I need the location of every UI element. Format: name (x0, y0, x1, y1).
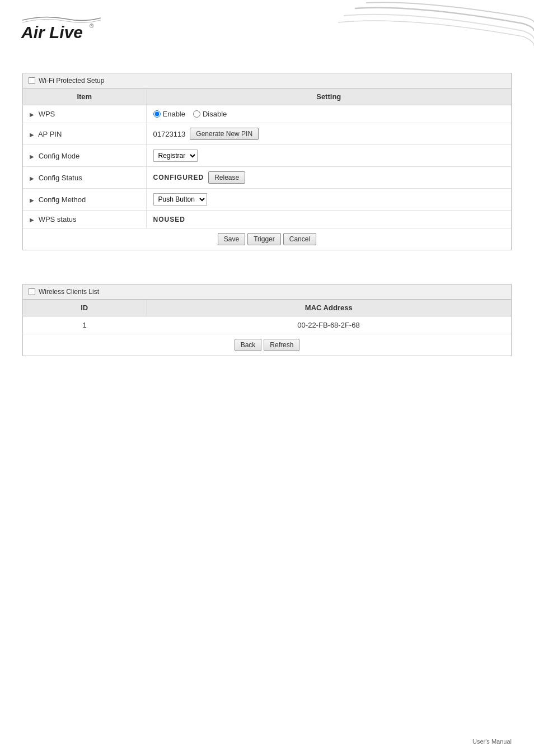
wps-table: Item Setting ▶ WPS Enable (23, 88, 511, 250)
clients-action-row: Back Refresh (23, 334, 511, 356)
wps-panel-title-text: Wi-Fi Protected Setup (39, 77, 104, 85)
panel-title-icon (29, 77, 35, 84)
save-button[interactable]: Save (218, 233, 245, 245)
wps-status-setting-cell: NOUSED (146, 211, 511, 228)
wps-panel-title: Wi-Fi Protected Setup (23, 73, 511, 88)
pin-value: 01723113 (153, 130, 186, 138)
header-swoosh (310, 0, 534, 56)
col-setting-header: Setting (146, 88, 511, 105)
wps-item-label: ▶ WPS (23, 105, 146, 123)
clients-panel: Wireless Clients List ID MAC Address 1 0… (22, 284, 512, 356)
header: Air Live ® (0, 0, 534, 62)
config-status-area: CONFIGURED Release (153, 171, 505, 184)
clients-panel-title-icon (29, 288, 35, 295)
col-id-header: ID (23, 300, 146, 316)
pin-area: 01723113 Generate New PIN (153, 128, 505, 140)
main-content: Wi-Fi Protected Setup Item Setting ▶ WPS (0, 62, 534, 395)
wps-table-header: Item Setting (23, 88, 511, 105)
push-btn-area: Push Button PIN (153, 193, 505, 206)
ap-pin-item-label: ▶ AP PIN (23, 123, 146, 145)
config-status-item-label: ▶ Config Status (23, 167, 146, 189)
wps-status-text: NOUSED (153, 216, 185, 223)
client-mac-1: 00-22-FB-68-2F-68 (146, 316, 511, 334)
clients-table: ID MAC Address 1 00-22-FB-68-2F-68 Back … (23, 300, 511, 356)
clients-panel-title: Wireless Clients List (23, 284, 511, 300)
wps-enable-radio[interactable] (153, 110, 161, 118)
config-mode-setting-cell: Registrar Enrollee (146, 145, 511, 167)
wps-row: ▶ WPS Enable Disable (23, 105, 511, 123)
back-button[interactable]: Back (235, 339, 262, 351)
config-method-select[interactable]: Push Button PIN (153, 193, 207, 206)
wps-disable-label: Disable (203, 110, 227, 118)
config-status-text: CONFIGURED (153, 174, 204, 181)
arrow-icon-5: ▶ (30, 197, 34, 203)
clients-panel-title-text: Wireless Clients List (39, 288, 99, 296)
ap-pin-setting-cell: 01723113 Generate New PIN (146, 123, 511, 145)
config-mode-item-label: ▶ Config Mode (23, 145, 146, 167)
svg-text:®: ® (90, 23, 94, 29)
config-method-setting-cell: Push Button PIN (146, 189, 511, 211)
wps-enable-label: Enable (163, 110, 185, 118)
col-mac-header: MAC Address (146, 300, 511, 316)
arrow-icon: ▶ (30, 111, 34, 118)
trigger-button[interactable]: Trigger (247, 233, 281, 245)
wps-panel: Wi-Fi Protected Setup Item Setting ▶ WPS (22, 73, 512, 250)
wps-disable-radio[interactable] (193, 110, 200, 118)
wps-status-row: ▶ WPS status NOUSED (23, 211, 511, 228)
arrow-icon-3: ▶ (30, 153, 34, 160)
wps-enable-option: Enable (153, 110, 185, 118)
config-mode-row: ▶ Config Mode Registrar Enrollee (23, 145, 511, 167)
arrow-icon-4: ▶ (30, 175, 34, 181)
svg-text:Air Live: Air Live (21, 23, 83, 41)
client-id-1: 1 (23, 316, 146, 334)
generate-pin-button[interactable]: Generate New PIN (190, 128, 259, 140)
arrow-icon-2: ▶ (30, 132, 34, 138)
footer: User's Manual (472, 738, 512, 745)
wps-action-buttons: Save Trigger Cancel (30, 233, 504, 245)
release-button[interactable]: Release (208, 171, 245, 184)
config-method-row: ▶ Config Method Push Button PIN (23, 189, 511, 211)
footer-text: User's Manual (472, 738, 512, 745)
wps-radio-group: Enable Disable (153, 110, 505, 118)
wps-action-row: Save Trigger Cancel (23, 228, 511, 250)
config-status-setting-cell: CONFIGURED Release (146, 167, 511, 189)
wps-action-cell: Save Trigger Cancel (23, 228, 511, 250)
config-method-item-label: ▶ Config Method (23, 189, 146, 211)
logo-area: Air Live ® (17, 10, 106, 46)
wps-disable-option: Disable (193, 110, 227, 118)
refresh-button[interactable]: Refresh (264, 339, 299, 351)
config-status-row: ▶ Config Status CONFIGURED Release (23, 167, 511, 189)
clients-action-buttons: Back Refresh (30, 339, 504, 351)
clients-action-cell: Back Refresh (23, 334, 511, 356)
ap-pin-row: ▶ AP PIN 01723113 Generate New PIN (23, 123, 511, 145)
arrow-icon-6: ▶ (30, 217, 34, 223)
client-row-1: 1 00-22-FB-68-2F-68 (23, 316, 511, 334)
wps-setting-cell: Enable Disable (146, 105, 511, 123)
airlive-logo: Air Live ® (17, 10, 106, 46)
cancel-button[interactable]: Cancel (283, 233, 316, 245)
clients-table-header: ID MAC Address (23, 300, 511, 316)
config-mode-select[interactable]: Registrar Enrollee (153, 150, 198, 162)
col-item-header: Item (23, 88, 146, 105)
wps-status-item-label: ▶ WPS status (23, 211, 146, 228)
